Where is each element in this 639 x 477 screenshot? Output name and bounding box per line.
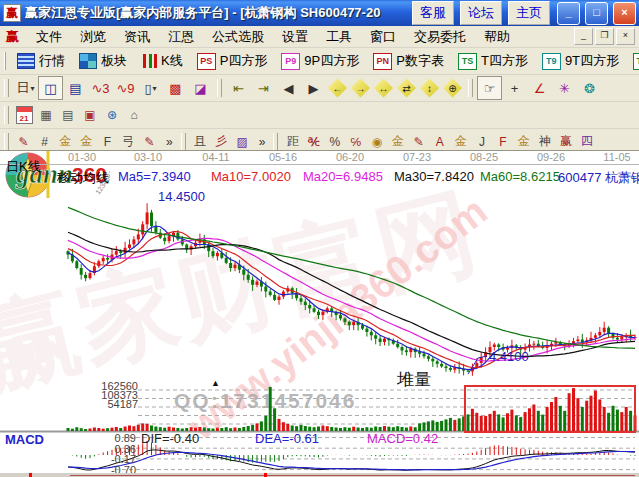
chart-panel: 赢家财富网 www.yinjia360.com QQ:1731457046 01… (0, 150, 639, 477)
angle-a-tool-icon[interactable]: A (429, 132, 450, 151)
child-minimize-button[interactable]: _ (574, 28, 593, 45)
fit-all-button[interactable]: ⊕ (442, 78, 463, 99)
window-title: 赢家江恩专业版[赢家内部服务平台] - [杭萧钢构 SH600477-20 (25, 4, 408, 22)
menu-logo-icon: 赢 (6, 28, 19, 46)
remote-computer-icon[interactable]: ⌂ (123, 105, 145, 125)
pencil-tool-icon[interactable]: ✎ (13, 132, 34, 151)
menu-settings[interactable]: 设置 (273, 27, 317, 47)
menu-gann[interactable]: 江恩 (159, 27, 203, 47)
notes-icon[interactable]: ▤ (57, 105, 79, 125)
info-panel-icon[interactable]: ▤ (63, 76, 88, 100)
j-line-tool-icon[interactable]: J (471, 132, 492, 151)
titlebar-button-service[interactable]: 客服 (412, 1, 454, 25)
grid-lines-tool-icon[interactable]: # (34, 132, 55, 151)
percent-circle-tool-icon[interactable]: ℅ (345, 132, 366, 151)
rays-tool-icon[interactable]: 彡 (211, 132, 232, 151)
menu-file[interactable]: 文件 (27, 27, 71, 47)
calculator-icon[interactable]: ▦ (35, 105, 57, 125)
last-page-button[interactable]: ⇥ (251, 76, 276, 100)
gann-wheel-icon[interactable]: ✳ (552, 76, 577, 100)
gold-ratio-tool-icon[interactable]: 金 (513, 132, 534, 151)
tn-badge-icon: TN (633, 53, 639, 70)
f-line-tool-icon[interactable]: F (492, 132, 513, 151)
pan-left-button[interactable]: ← (327, 78, 348, 99)
calendar-icon[interactable]: 21 (13, 105, 35, 125)
percent-tool-icon[interactable]: % (324, 132, 345, 151)
toolbar-9t-square-button[interactable]: T9 9T四方形 (535, 52, 626, 70)
ma30-value: Ma30=7.8420 (394, 169, 474, 184)
toolbar-chart-tools: 日▾ ◫ ▤ ∿3 ∿9 ▯▾ ▩ ◪ ⇤ ⇥ ◀ ▶ ← → ↔ ⇄ ↕ ⊕ … (0, 75, 639, 102)
scheduler-icon[interactable]: ⊛ (101, 105, 123, 125)
menu-help[interactable]: 帮助 (475, 27, 519, 47)
gold-line-tool-icon[interactable]: 金 (387, 132, 408, 151)
save-icon[interactable]: ▣ (79, 105, 101, 125)
drawing-overflow2-chevron[interactable]: » (255, 135, 270, 149)
toolbar-utilities: 21 ▦ ▤ ▣ ⊛ ⌂ (0, 102, 639, 129)
wave3-indicator-icon[interactable]: ∿3 (88, 76, 113, 100)
hand-tool-icon[interactable]: ☞ (477, 76, 502, 100)
menu-stock-picker[interactable]: 公式选股 (203, 27, 273, 47)
toolbar-t-table-button[interactable]: TN T数字表 (626, 52, 639, 70)
toolbar-p-table-button[interactable]: PN P数字表 (366, 52, 451, 70)
winner-tool-icon[interactable]: 赢 (555, 132, 576, 151)
gold-section-tool-icon[interactable]: 金 (450, 132, 471, 151)
child-close-button[interactable]: × (616, 28, 635, 45)
toolbar-9p-square-button[interactable]: P9 9P四方形 (274, 52, 366, 70)
sectors-blocks-icon (79, 53, 97, 69)
marker-triangle-icon: ▲ (211, 378, 220, 388)
titlebar-button-home[interactable]: 主页 (508, 1, 550, 25)
volume-pileup-label: 堆量 (397, 368, 431, 391)
menu-window[interactable]: 窗口 (361, 27, 405, 47)
gann-grid-tool-icon[interactable]: 金 (55, 132, 76, 151)
ma20-value: Ma20=6.9485 (303, 169, 383, 184)
magic-tool-icon[interactable]: 神 (534, 132, 555, 151)
titlebar-button-forum[interactable]: 论坛 (460, 1, 502, 25)
drawing-overflow-chevron[interactable]: » (162, 135, 177, 149)
close-button[interactable]: × (613, 2, 636, 25)
pattern-tool-icon[interactable]: ▩ (163, 76, 188, 100)
zoom-in-button[interactable]: ⇄ (396, 78, 417, 99)
scroll-left-button[interactable]: ◀ (276, 76, 301, 100)
kline-candle-icon (141, 54, 157, 68)
period-selector-button[interactable]: 日▾ (13, 76, 38, 100)
menu-trading[interactable]: 交易委托 (405, 27, 475, 47)
scroll-right-button[interactable]: ▶ (301, 76, 326, 100)
crosshair-tool-icon[interactable]: + (502, 76, 527, 100)
gold-circle-tool-icon[interactable]: ◉ (366, 132, 387, 151)
angle-tool-icon[interactable]: ∠ (527, 76, 552, 100)
menu-tools[interactable]: 工具 (317, 27, 361, 47)
menu-news[interactable]: 资讯 (115, 27, 159, 47)
scroll-tick (264, 473, 267, 477)
measure-tool-icon[interactable]: 距 (282, 132, 303, 151)
wave9-indicator-icon[interactable]: ∿9 (113, 76, 138, 100)
toolbar-sectors-button[interactable]: 板块 (72, 52, 134, 70)
zoom-out-button[interactable]: ↔ (373, 78, 394, 99)
axis-line (0, 164, 639, 165)
menu-browse[interactable]: 浏览 (71, 27, 115, 47)
stretch-vertical-button[interactable]: ↕ (419, 78, 440, 99)
arc-tool-icon[interactable]: 弓 (118, 132, 139, 151)
toolbar-quotes-button[interactable]: 行情 (10, 52, 72, 70)
hatch-tool-icon[interactable]: ▨ (232, 132, 253, 151)
toolbar-kline-button[interactable]: K线 (134, 52, 190, 70)
main-chart-view-icon[interactable]: ◫ (38, 76, 63, 100)
first-page-button[interactable]: ⇤ (226, 76, 251, 100)
maximize-button[interactable]: □ (585, 2, 608, 25)
candle-style-button[interactable]: ▯▾ (138, 76, 163, 100)
four-square-tool-icon[interactable]: 四 (576, 132, 597, 151)
toolbar-p-square-button[interactable]: PS P四方形 (190, 52, 275, 70)
pencil2-tool-icon[interactable]: ✎ (139, 132, 160, 151)
pan-right-button[interactable]: → (350, 78, 371, 99)
position-scrollbar[interactable] (0, 473, 639, 477)
toolbar-t-square-button[interactable]: TS T四方形 (451, 52, 535, 70)
gann-grid2-tool-icon[interactable]: 金 (76, 132, 97, 151)
minimize-button[interactable]: _ (557, 2, 580, 25)
percent7-tool-icon[interactable]: ℀ (303, 132, 324, 151)
fan-tool-icon[interactable]: F (97, 132, 118, 151)
ma5-value: Ma5=7.3940 (118, 169, 191, 184)
color-histogram-icon[interactable]: ◪ (188, 76, 213, 100)
box-tool-icon[interactable]: 且 (190, 132, 211, 151)
child-restore-button[interactable]: ❐ (595, 28, 614, 45)
pencil3-tool-icon[interactable]: ✎ (408, 132, 429, 151)
spiral-tool-icon[interactable]: ❂ (577, 76, 602, 100)
